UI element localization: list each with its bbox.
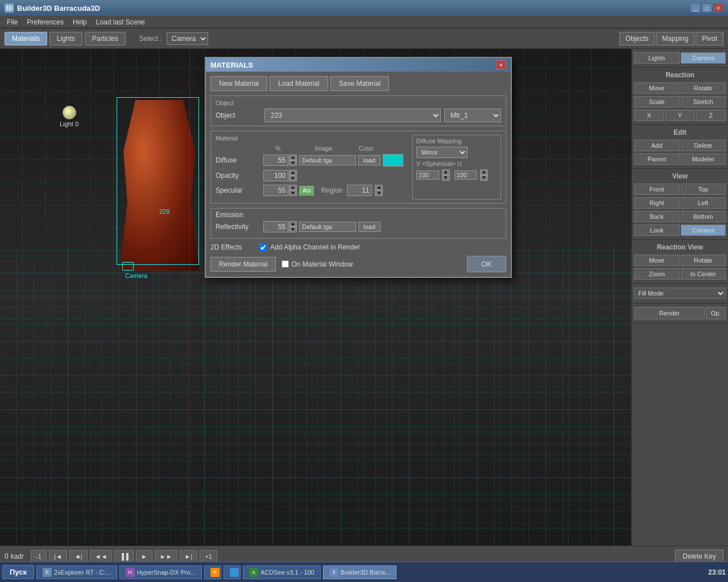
v-input[interactable]: 100 xyxy=(416,171,439,180)
add-alpha-checkbox[interactable] xyxy=(259,244,267,251)
opacity-row: Opacity 100 ▲ ▼ xyxy=(216,170,403,181)
menu-help[interactable]: Help xyxy=(68,17,92,27)
menu-preferences[interactable]: Preferences xyxy=(22,17,68,27)
diffuse-image-input[interactable]: Default.tga xyxy=(299,155,356,165)
v-up-btn[interactable]: ▲ xyxy=(442,169,450,175)
fwd-btn[interactable]: ► xyxy=(136,550,152,563)
add-btn[interactable]: Add xyxy=(634,140,680,151)
left-btn[interactable]: Left xyxy=(681,197,726,209)
mirror-select[interactable]: Mirror Tile Clamp xyxy=(416,147,468,158)
u-down-btn[interactable]: ▼ xyxy=(480,175,488,181)
parent-btn[interactable]: Parent xyxy=(634,153,680,165)
mapping-button[interactable]: Mapping xyxy=(656,32,694,45)
camera-view-btn[interactable]: Camera xyxy=(681,225,726,236)
u-input[interactable]: 100 xyxy=(454,171,477,180)
taskbar-builder3d[interactable]: 3 Builder3D Barra... xyxy=(323,566,396,579)
taskbar-globe[interactable]: 🌐 xyxy=(224,566,241,579)
rv-move-btn[interactable]: Move xyxy=(634,255,680,266)
reflectivity-image-input[interactable]: Default.tga xyxy=(299,222,356,232)
light-label: Light 0 xyxy=(60,120,78,127)
rewind-btn[interactable]: ◄| xyxy=(69,550,88,563)
taskbar-acdsee[interactable]: A ACDSee v3.1 - 100 xyxy=(243,566,321,579)
opacity-down-btn[interactable]: ▼ xyxy=(289,176,297,181)
opacity-up-btn[interactable]: ▲ xyxy=(289,170,297,176)
diffuse-up-btn[interactable]: ▲ xyxy=(289,155,297,160)
mtr-select[interactable]: Mtr_1 xyxy=(444,109,501,122)
front-btn[interactable]: Front xyxy=(634,184,680,195)
diffuse-percent-input[interactable]: 55 xyxy=(263,155,288,166)
step-fwd-btn[interactable]: +1 xyxy=(200,550,217,563)
app-icon: 3D xyxy=(5,3,14,13)
objects-button[interactable]: Objects xyxy=(619,32,655,45)
diffuse-load-button[interactable]: load xyxy=(358,155,380,165)
u-up-btn[interactable]: ▲ xyxy=(480,169,488,175)
region-up-btn[interactable]: ▲ xyxy=(375,185,383,190)
new-material-button[interactable]: New Material xyxy=(210,76,267,91)
reflectivity-up-btn[interactable]: ▲ xyxy=(289,221,297,227)
menu-file[interactable]: File xyxy=(2,17,22,27)
menu-load-last[interactable]: Load last Scene xyxy=(92,17,150,27)
taskbar-rss[interactable]: R xyxy=(204,566,221,579)
rotate-reaction-btn[interactable]: Rotate xyxy=(681,82,726,94)
scale-btn[interactable]: Scale xyxy=(634,96,680,107)
tab-materials[interactable]: Materials xyxy=(5,32,47,45)
tab-particles[interactable]: Particles xyxy=(85,32,126,45)
region-input[interactable]: 11 xyxy=(347,185,372,196)
op-button[interactable]: Op. xyxy=(706,307,726,319)
specular-up-btn[interactable]: ▲ xyxy=(289,185,297,190)
look-btn[interactable]: Look xyxy=(634,225,680,236)
right-view-btn[interactable]: Right xyxy=(634,197,680,209)
save-material-button[interactable]: Save Material xyxy=(330,76,389,91)
camera-button[interactable]: Camera xyxy=(681,52,726,64)
minimize-button[interactable]: _ xyxy=(690,3,701,13)
fill-mode-select[interactable]: Fill Mode Wireframe Points xyxy=(634,288,726,299)
start-button[interactable]: Пуск xyxy=(2,565,34,579)
maximize-button[interactable]: □ xyxy=(702,3,712,13)
dialog-close-button[interactable]: × xyxy=(496,60,506,69)
back-btn-tl[interactable]: ◄◄ xyxy=(90,550,113,563)
lights-button[interactable]: Lights xyxy=(634,52,680,64)
specular-percent-input[interactable]: 55 xyxy=(263,185,288,196)
render-material-button[interactable]: Render Material xyxy=(210,257,276,272)
diffuse-color-swatch[interactable] xyxy=(383,154,403,167)
delete-btn[interactable]: Delete xyxy=(681,140,726,151)
move-reaction-btn[interactable]: Move xyxy=(634,82,680,94)
close-button[interactable]: × xyxy=(713,3,723,13)
object-select[interactable]: 223 xyxy=(264,109,441,122)
bottom-btn[interactable]: Bottom xyxy=(681,211,726,222)
ani-button[interactable]: Ani xyxy=(299,186,314,196)
reflectivity-load-button[interactable]: load xyxy=(358,222,380,232)
reflectivity-down-btn[interactable]: ▼ xyxy=(289,227,297,232)
diffuse-down-btn[interactable]: ▼ xyxy=(289,160,297,166)
rv-rotate-btn[interactable]: Rotate xyxy=(681,255,726,266)
pivot-button[interactable]: Pivot xyxy=(696,32,723,45)
delete-key-button[interactable]: Delete Key xyxy=(675,550,723,563)
camera-select[interactable]: Camera Object Light xyxy=(167,32,208,45)
on-material-checkbox[interactable] xyxy=(282,260,289,268)
region-down-btn[interactable]: ▼ xyxy=(375,190,383,196)
stretch-btn[interactable]: Stretch xyxy=(681,96,726,107)
rewind-start-btn[interactable]: |◄ xyxy=(49,550,67,563)
zoom-btn[interactable]: Zoom xyxy=(634,268,680,280)
reflectivity-percent-input[interactable]: 55 xyxy=(263,221,288,232)
ffwd-end-btn[interactable]: ►| xyxy=(180,550,198,563)
opacity-percent-input[interactable]: 100 xyxy=(263,170,288,181)
y-btn[interactable]: Y xyxy=(665,110,694,121)
top-btn[interactable]: Top xyxy=(681,184,726,195)
back-btn[interactable]: Back xyxy=(634,211,680,222)
taskbar-hypersnap[interactable]: H HyperSnap-DX Pro... xyxy=(119,566,202,579)
load-material-button[interactable]: Load Material xyxy=(270,76,328,91)
to-center-btn[interactable]: to Center xyxy=(681,268,726,280)
ok-button[interactable]: OK xyxy=(467,256,506,272)
x-btn[interactable]: X xyxy=(634,110,664,121)
ffwd-btn[interactable]: ►► xyxy=(155,550,177,563)
pause-btn[interactable]: ▐▐ xyxy=(114,550,134,563)
modeler-btn[interactable]: Modeler xyxy=(681,153,726,165)
specular-down-btn[interactable]: ▼ xyxy=(289,190,297,196)
taskbar-explorer[interactable]: E 2xExplorer R7 - C:... xyxy=(36,566,117,579)
step-back-btn[interactable]: -1 xyxy=(31,550,47,563)
z-btn[interactable]: Z xyxy=(696,110,726,121)
tab-lights[interactable]: Lights xyxy=(49,32,82,45)
v-down-btn[interactable]: ▼ xyxy=(442,175,450,181)
render-button[interactable]: Render xyxy=(634,307,705,319)
